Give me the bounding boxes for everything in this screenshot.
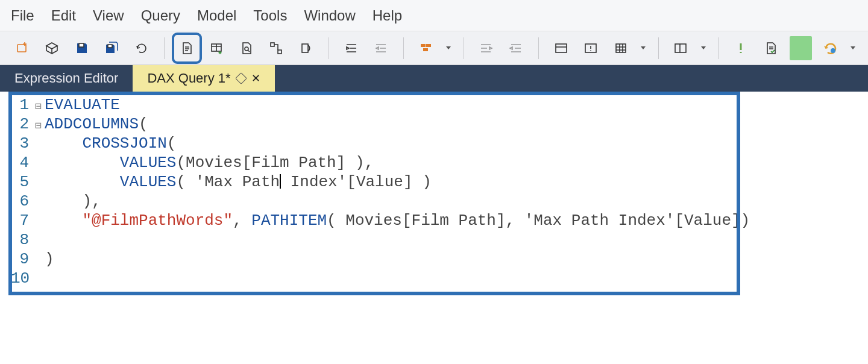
toolbar-separator: [329, 37, 329, 59]
relation-icon[interactable]: [265, 36, 288, 60]
new-file-icon[interactable]: [11, 36, 34, 60]
outdent-icon[interactable]: [370, 36, 392, 60]
rotate-icon[interactable]: [295, 36, 318, 60]
menu-file[interactable]: File: [11, 7, 34, 24]
svg-rect-10: [423, 48, 428, 51]
menu-view[interactable]: View: [93, 7, 124, 24]
add-table-icon[interactable]: [206, 36, 228, 60]
align1-icon[interactable]: [475, 36, 498, 60]
document-icon[interactable]: [175, 36, 198, 60]
toolbar-separator: [718, 37, 719, 59]
refresh-icon[interactable]: [130, 36, 153, 60]
brick-icon[interactable]: [415, 36, 438, 60]
svg-rect-5: [271, 43, 274, 46]
tab-dax-query[interactable]: DAX Query 1* ✕: [133, 65, 274, 92]
toolbar-separator: [164, 37, 165, 59]
toolbar: [0, 31, 868, 65]
svg-rect-9: [426, 44, 431, 47]
toolbar-separator: [403, 37, 404, 59]
svg-rect-8: [421, 44, 426, 47]
tab-expression-editor[interactable]: Expression Editor: [0, 65, 133, 92]
toolbar-separator: [464, 37, 464, 59]
svg-rect-11: [556, 44, 567, 52]
editor-area: 12345678910 ⊟⊟ EVALUATEADDCOLUMNS( CROSS…: [0, 92, 868, 364]
menu-help[interactable]: Help: [373, 7, 402, 24]
menu-edit[interactable]: Edit: [51, 7, 76, 24]
save-all-icon[interactable]: [101, 36, 124, 60]
pin-icon[interactable]: [235, 72, 247, 84]
svg-rect-6: [278, 50, 281, 54]
svg-rect-1: [79, 43, 84, 47]
save-icon[interactable]: [71, 36, 93, 60]
tab-label: DAX Query 1*: [147, 71, 230, 86]
toolbar-separator: [538, 37, 539, 59]
panel2-dropdown[interactable]: [699, 36, 707, 60]
svg-rect-14: [675, 44, 686, 52]
panel2-icon[interactable]: [670, 36, 693, 60]
svg-rect-2: [108, 45, 112, 48]
menu-window[interactable]: Window: [304, 7, 355, 24]
svg-rect-7: [302, 44, 308, 52]
code-editor[interactable]: 12345678910 ⊟⊟ EVALUATEADDCOLUMNS( CROSS…: [0, 92, 868, 364]
menubar: File Edit View Query Model Tools Window …: [0, 0, 868, 31]
warn-icon[interactable]: [729, 36, 752, 60]
code-text[interactable]: EVALUATEADDCOLUMNS( CROSSJOIN( VALUES(Mo…: [45, 95, 750, 364]
toolbar-separator: [658, 37, 659, 59]
green-square-icon[interactable]: [790, 36, 813, 60]
grid-dropdown[interactable]: [640, 36, 647, 60]
panel-icon[interactable]: [550, 36, 573, 60]
panel-warn-icon[interactable]: [579, 36, 602, 60]
cube-icon[interactable]: [41, 36, 64, 60]
menu-tools[interactable]: Tools: [253, 7, 287, 24]
brick-dropdown[interactable]: [445, 36, 453, 60]
zoom-fit-icon[interactable]: [235, 36, 258, 60]
tab-label: Expression Editor: [14, 71, 118, 86]
grid-icon[interactable]: [609, 36, 632, 60]
svg-rect-13: [616, 44, 626, 52]
indent-icon[interactable]: [340, 36, 363, 60]
align2-icon[interactable]: [505, 36, 527, 60]
close-icon[interactable]: ✕: [251, 72, 260, 85]
run-icon[interactable]: [819, 36, 842, 60]
fold-gutter[interactable]: ⊟⊟: [35, 95, 45, 364]
menu-model[interactable]: Model: [197, 7, 236, 24]
tab-row: Expression Editor DAX Query 1* ✕: [0, 65, 868, 92]
doc-check-icon[interactable]: [760, 36, 782, 60]
menu-query[interactable]: Query: [141, 7, 180, 24]
run-dropdown[interactable]: [849, 36, 857, 60]
line-gutter: 12345678910: [0, 95, 35, 364]
